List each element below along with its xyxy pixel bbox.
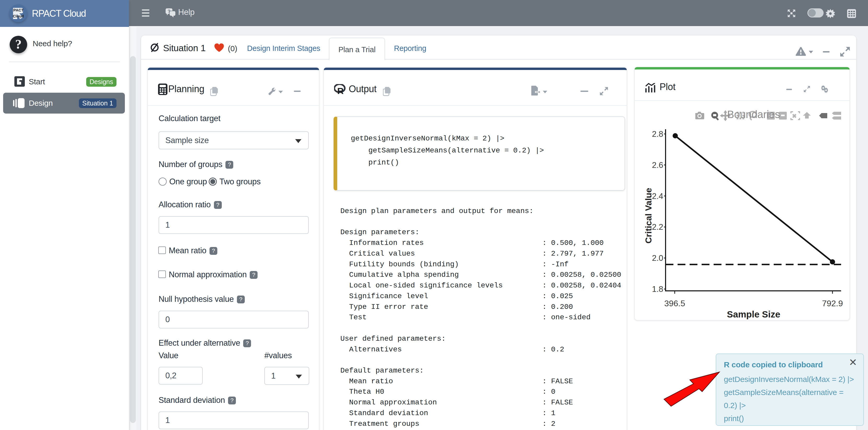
svg-text:R: R <box>337 86 344 95</box>
svg-text:Critical Value: Critical Value <box>643 188 653 243</box>
svg-text:Boundaries: Boundaries <box>727 109 780 120</box>
svg-text:396.5: 396.5 <box>664 299 685 308</box>
svg-text:1.8: 1.8 <box>652 285 663 294</box>
svg-text:2.0: 2.0 <box>652 254 663 263</box>
svg-text:PACT: PACT <box>13 8 24 12</box>
svg-text:2.6: 2.6 <box>652 161 663 170</box>
svg-text:Sample Size: Sample Size <box>727 309 780 319</box>
svg-text:2.2: 2.2 <box>652 223 663 232</box>
svg-text:792.9: 792.9 <box>822 299 843 308</box>
svg-text:2.8: 2.8 <box>652 130 663 139</box>
svg-text:2.4: 2.4 <box>652 192 663 201</box>
svg-text:Cloud: Cloud <box>13 14 24 18</box>
